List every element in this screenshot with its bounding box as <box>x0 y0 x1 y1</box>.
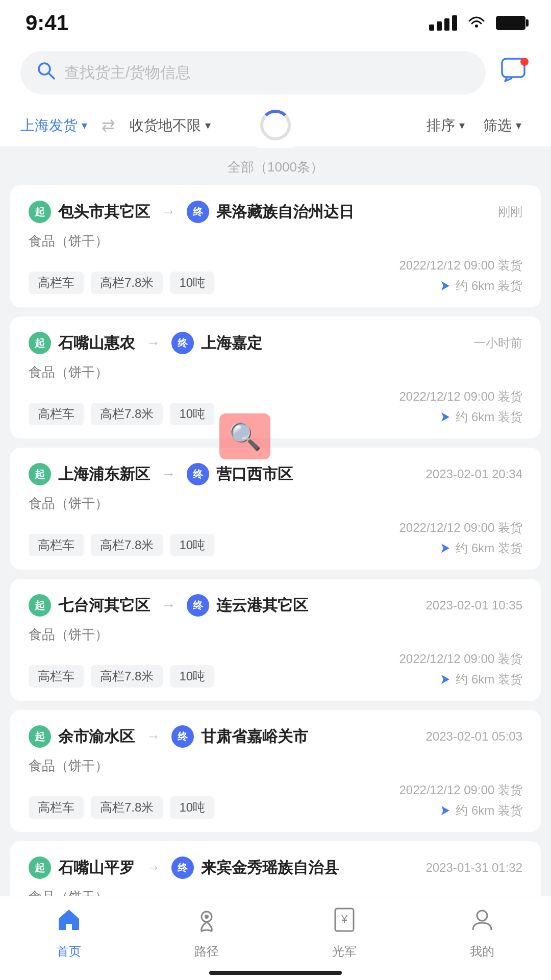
bottom-nav: 首页 路径 ¥ 光军 我的 <box>0 896 551 980</box>
nav-profile-label: 我的 <box>470 943 494 960</box>
filter-destination[interactable]: 收货地不限 ▾ <box>120 116 220 135</box>
card-location: 约 6km 装货 <box>438 671 522 688</box>
filter-screen[interactable]: 筛选 ▾ <box>474 116 531 135</box>
filter-sort[interactable]: 排序 ▾ <box>417 116 474 135</box>
svg-point-5 <box>205 915 209 919</box>
svg-text:¥: ¥ <box>341 913 348 925</box>
card-item[interactable]: 起 余市渝水区 → 终 甘肃省嘉峪关市 2023-02-01 05:03 食品（… <box>10 710 541 832</box>
card-item[interactable]: 起 七台河其它区 → 终 连云港其它区 2023-02-01 10:35 食品（… <box>10 579 541 701</box>
card-tag: 高栏车 <box>29 534 84 556</box>
search-section: 查找货主/货物信息 <box>0 41 551 105</box>
card-location: 约 6km 装货 <box>438 278 522 294</box>
card-time: 刚刚 <box>498 204 522 220</box>
origin-dot: 起 <box>29 332 51 354</box>
origin-city: 石嘴山惠农 <box>58 333 135 354</box>
dest-dot: 终 <box>171 856 194 879</box>
card-goods: 食品（饼干） <box>29 757 522 775</box>
location-icon <box>438 279 452 292</box>
card-header: 起 包头市其它区 → 终 果洛藏族自治州达日 刚刚 <box>29 201 522 223</box>
dest-dot: 终 <box>187 201 209 223</box>
search-icon <box>36 60 56 85</box>
card-header: 起 石嘴山平罗 → 终 来宾金秀瑶族自治县 2023-01-31 01:32 <box>29 856 522 879</box>
location-icon <box>438 804 452 817</box>
list-header: 全部（1000条） <box>0 147 551 185</box>
card-bottom: 高栏车高栏7.8米10吨 2022/12/12 09:00 装货 约 6km 装… <box>29 520 522 556</box>
card-tag: 高栏7.8米 <box>91 534 163 556</box>
status-bar: 9:41 <box>0 0 551 41</box>
card-route: 起 石嘴山平罗 → 终 来宾金秀瑶族自治县 <box>29 856 426 879</box>
card-location-text: 约 6km 装货 <box>456 671 522 688</box>
list-header-text: 全部（1000条） <box>228 159 323 175</box>
swap-icon[interactable]: ⇄ <box>96 116 120 135</box>
card-tag: 高栏车 <box>29 796 84 819</box>
search-bar[interactable]: 查找货主/货物信息 <box>20 51 486 94</box>
origin-city: 上海浦东新区 <box>58 464 150 485</box>
card-time: 一小时前 <box>473 335 522 351</box>
origin-city: 七台河其它区 <box>58 595 150 616</box>
card-location: 约 6km 装货 <box>438 409 522 425</box>
card-tag: 高栏7.8米 <box>91 403 163 425</box>
card-location-text: 约 6km 装货 <box>456 802 522 819</box>
card-route: 起 石嘴山惠农 → 终 上海嘉定 <box>29 332 473 354</box>
route-arrow-icon: → <box>157 597 180 614</box>
card-goods: 食品（饼干） <box>29 232 522 250</box>
search-overlay-icon: 🔍 <box>229 421 262 452</box>
cards-container: 起 包头市其它区 → 终 果洛藏族自治州达日 刚刚 食品（饼干） 高栏车高栏7.… <box>0 185 551 980</box>
chat-button[interactable] <box>496 56 531 90</box>
card-tag: 10吨 <box>170 534 214 556</box>
filter-destination-label: 收货地不限 <box>130 116 201 135</box>
chevron-down-icon-filter: ▾ <box>516 119 521 132</box>
card-item[interactable]: 起 石嘴山惠农 → 终 上海嘉定 一小时前 食品（饼干） 高栏车高栏7.8米10… <box>10 316 541 438</box>
battery-icon <box>496 16 525 30</box>
card-route: 起 上海浦东新区 → 终 营口西市区 <box>29 463 426 485</box>
dest-dot: 终 <box>187 463 209 485</box>
dest-dot: 终 <box>187 594 209 617</box>
card-tags: 高栏车高栏7.8米10吨 <box>29 534 214 556</box>
nav-orders[interactable]: ¥ 光军 <box>331 906 358 960</box>
nav-orders-label: 光军 <box>332 943 357 960</box>
card-date: 2022/12/12 09:00 装货 <box>399 651 522 667</box>
status-icons <box>429 12 525 34</box>
card-tag: 高栏车 <box>29 403 84 425</box>
card-time: 2023-02-01 20:34 <box>426 467 523 481</box>
nav-home[interactable]: 首页 <box>56 906 82 960</box>
route-arrow-icon: → <box>157 204 180 220</box>
card-meta: 2022/12/12 09:00 装货 约 6km 装货 <box>399 782 522 819</box>
card-tag: 10吨 <box>170 796 214 819</box>
signal-icon <box>429 15 457 31</box>
card-date: 2022/12/12 09:00 装货 <box>399 782 522 798</box>
orders-icon: ¥ <box>331 906 358 939</box>
card-bottom: 高栏车高栏7.8米10吨 2022/12/12 09:00 装货 约 6km 装… <box>29 651 522 688</box>
search-placeholder: 查找货主/货物信息 <box>64 62 191 83</box>
origin-city: 石嘴山平罗 <box>58 857 135 878</box>
route-arrow-icon: → <box>142 860 164 876</box>
wifi-icon <box>466 12 487 34</box>
card-tag: 高栏车 <box>29 665 84 688</box>
dest-city: 营口西市区 <box>216 464 293 485</box>
location-icon <box>438 542 452 555</box>
nav-home-label: 首页 <box>57 943 81 960</box>
card-bottom: 高栏车高栏7.8米10吨 2022/12/12 09:00 装货 约 6km 装… <box>29 257 522 294</box>
card-meta: 2022/12/12 09:00 装货 约 6km 装货 <box>399 651 522 688</box>
card-header: 起 石嘴山惠农 → 终 上海嘉定 一小时前 <box>29 332 522 354</box>
dest-dot: 终 <box>171 332 194 354</box>
chat-badge <box>520 58 529 66</box>
chevron-down-icon-dest: ▾ <box>205 119 211 132</box>
card-header: 起 余市渝水区 → 终 甘肃省嘉峪关市 2023-02-01 05:03 <box>29 725 522 748</box>
nav-profile[interactable]: 我的 <box>469 906 495 960</box>
card-location: 约 6km 装货 <box>438 540 522 556</box>
origin-dot: 起 <box>29 463 51 485</box>
dest-city: 果洛藏族自治州达日 <box>216 202 354 223</box>
card-route: 起 七台河其它区 → 终 连云港其它区 <box>29 594 426 617</box>
filter-origin[interactable]: 上海发货 ▾ <box>20 116 96 135</box>
card-item[interactable]: 起 包头市其它区 → 终 果洛藏族自治州达日 刚刚 食品（饼干） 高栏车高栏7.… <box>10 185 541 307</box>
card-item[interactable]: 起 上海浦东新区 → 终 营口西市区 2023-02-01 20:34 食品（饼… <box>10 448 541 570</box>
location-icon <box>438 410 452 424</box>
nav-routes[interactable]: 路径 <box>193 906 220 960</box>
card-goods: 食品（饼干） <box>29 495 522 512</box>
nav-routes-label: 路径 <box>194 943 219 960</box>
filter-sort-label: 排序 <box>427 116 455 135</box>
location-icon <box>438 673 452 686</box>
card-tags: 高栏车高栏7.8米10吨 <box>29 796 214 819</box>
card-bottom: 高栏车高栏7.8米10吨 2022/12/12 09:00 装货 约 6km 装… <box>29 782 522 819</box>
